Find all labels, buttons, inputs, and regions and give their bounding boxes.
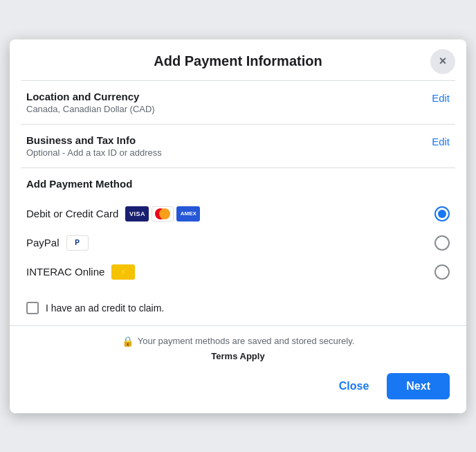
tax-info-section: Business and Tax Info Optional - Add a t… <box>10 125 466 168</box>
tax-title: Business and Tax Info <box>26 134 162 146</box>
amex-icon: AMEX <box>176 206 200 222</box>
payment-option-paypal[interactable]: PayPal P <box>26 228 450 257</box>
footer-section: 🔒 Your payment methods are saved and sto… <box>10 325 466 362</box>
modal-header: Add Payment Information × <box>10 39 466 80</box>
card-radio-button[interactable] <box>434 206 450 222</box>
paypal-radio-button[interactable] <box>434 235 450 251</box>
location-currency-section: Location and Currency Canada, Canadian D… <box>10 81 466 124</box>
card-option-left: Debit or Credit Card VISA AMEX <box>26 206 200 222</box>
card-label: Debit or Credit Card <box>26 208 118 219</box>
location-text: Location and Currency Canada, Canadian D… <box>26 91 155 114</box>
ad-credit-checkbox-row: I have an ad credit to claim. <box>10 293 466 325</box>
secure-text: Your payment methods are saved and store… <box>138 336 355 346</box>
close-button[interactable]: Close <box>328 374 381 398</box>
interac-radio-button[interactable] <box>434 264 450 280</box>
tax-text: Business and Tax Info Optional - Add a t… <box>26 134 162 158</box>
payment-option-interac[interactable]: INTERAC Online ⚡ <box>26 257 450 287</box>
paypal-label: PayPal <box>26 237 60 248</box>
payment-method-title: Add Payment Method <box>26 178 450 190</box>
terms-apply-link[interactable]: Terms Apply <box>211 351 264 361</box>
ad-credit-label: I have an ad credit to claim. <box>46 302 164 314</box>
lock-icon: 🔒 <box>122 336 134 347</box>
paypal-icon: P <box>66 235 89 251</box>
location-title: Location and Currency <box>26 91 155 102</box>
card-icons-group: VISA AMEX <box>125 206 200 222</box>
modal-title: Add Payment Information <box>154 53 322 69</box>
close-x-icon: × <box>439 54 447 69</box>
close-x-button[interactable]: × <box>430 49 455 74</box>
add-payment-modal: Add Payment Information × Location and C… <box>10 39 466 413</box>
action-buttons-row: Close Next <box>10 362 466 413</box>
interac-option-left: INTERAC Online ⚡ <box>26 264 135 280</box>
tax-subtitle: Optional - Add a tax ID or address <box>26 147 162 158</box>
tax-edit-link[interactable]: Edit <box>432 134 450 147</box>
payment-option-card[interactable]: Debit or Credit Card VISA AMEX <box>26 199 450 228</box>
ad-credit-checkbox[interactable] <box>26 302 39 314</box>
location-edit-link[interactable]: Edit <box>432 91 450 104</box>
mastercard-icon <box>152 206 174 222</box>
next-button[interactable]: Next <box>387 373 450 399</box>
interac-icon: ⚡ <box>111 264 135 280</box>
paypal-option-left: PayPal P <box>26 235 89 251</box>
location-subtitle: Canada, Canadian Dollar (CAD) <box>26 104 155 114</box>
payment-method-section: Add Payment Method Debit or Credit Card … <box>10 168 466 293</box>
secure-info-row: 🔒 Your payment methods are saved and sto… <box>26 336 450 347</box>
interac-label: INTERAC Online <box>26 266 104 278</box>
mc-right-circle <box>159 208 170 219</box>
visa-icon: VISA <box>125 206 149 222</box>
